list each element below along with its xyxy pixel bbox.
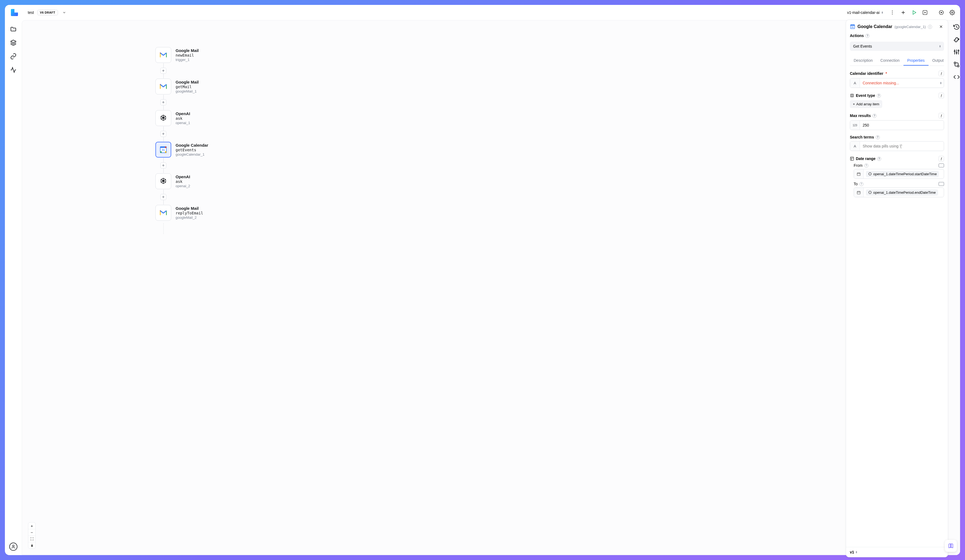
help-icon[interactable]: ? (859, 182, 864, 186)
code-icon[interactable] (953, 73, 960, 80)
help-icon[interactable]: ? (864, 163, 869, 168)
flow-node[interactable]: OpenAI ask openai_2 (155, 173, 190, 189)
svg-rect-30 (851, 157, 854, 160)
flow-node[interactable]: Google Mail newEmail trigger_1 (155, 47, 199, 63)
inspector-panel: 31 Google Calendar (googleCalendar_1) i … (846, 20, 948, 555)
canvas[interactable]: Google Mail newEmail trigger_1+Google Ma… (22, 20, 960, 555)
node-icon-box[interactable] (155, 173, 171, 189)
search-terms-input[interactable] (863, 144, 941, 148)
chevron-updown-icon[interactable]: ▴▾ (938, 78, 944, 88)
add-node-button[interactable]: + (160, 68, 166, 74)
node-icon-box[interactable]: 31 (155, 142, 171, 158)
search-terms-field[interactable]: A (850, 141, 944, 151)
record-button[interactable] (937, 8, 946, 17)
data-pill[interactable]: openai_1.dateTimePeriod.endDateTime (866, 189, 938, 196)
help-icon[interactable]: ? (876, 135, 880, 139)
help-icon[interactable]: ? (877, 94, 881, 98)
node-connector: + (155, 189, 171, 205)
inspector-node-id: (googleCalendar_1) (895, 25, 926, 29)
user-avatar[interactable] (9, 543, 17, 551)
help-icon[interactable]: ? (877, 157, 881, 161)
add-node-button[interactable]: + (160, 194, 166, 200)
expression-toggle-button[interactable]: ƒ (939, 93, 944, 98)
settings-button[interactable] (948, 8, 957, 17)
node-id: googleCalendar_1 (176, 152, 208, 157)
node-connector: + (155, 126, 171, 142)
expression-toggle-button[interactable]: ƒ (939, 113, 944, 118)
environment-selector[interactable]: v1-mail-calendar-ai ▴▾ (844, 9, 886, 16)
expression-toggle-button[interactable]: ƒ (939, 156, 944, 162)
node-id: openai_1 (176, 121, 190, 125)
zoom-out-button[interactable]: − (28, 529, 35, 536)
more-menu-button[interactable] (888, 8, 897, 17)
svg-marker-5 (913, 11, 916, 14)
svg-point-1 (892, 12, 893, 13)
flow-node[interactable]: OpenAI ask openai_1 (155, 110, 190, 126)
svg-marker-7 (924, 11, 926, 13)
zoom-in-button[interactable]: + (28, 522, 35, 529)
activity-icon[interactable] (10, 66, 17, 73)
add-array-item-button[interactable]: + Add array item (850, 100, 882, 108)
app-shell: test V6 DRAFT v1-mail-calendar-ai ▴▾ (5, 5, 960, 555)
flow-name[interactable]: test (28, 10, 34, 15)
inspector-title: Google Calendar (857, 24, 892, 29)
link-icon[interactable] (10, 53, 17, 60)
max-results-input[interactable] (863, 123, 941, 127)
action-selected-value: Get Events (853, 44, 872, 49)
data-pill[interactable]: openai_1.dateTimePeriod.startDateTime (866, 171, 939, 177)
svg-point-48 (958, 50, 959, 51)
run-button[interactable] (909, 8, 919, 17)
keyboard-icon[interactable] (939, 182, 944, 186)
node-method: replyToEmail (176, 211, 203, 215)
history-icon[interactable] (953, 23, 960, 31)
help-icon[interactable]: ? (872, 114, 877, 118)
max-results-field[interactable]: 123 (850, 120, 944, 130)
node-icon-box[interactable] (155, 47, 171, 63)
svg-text:31: 31 (851, 26, 854, 29)
add-button[interactable] (899, 8, 908, 17)
tab-output[interactable]: Output (929, 56, 948, 65)
from-field[interactable]: openai_1.dateTimePeriod.startDateTime (854, 169, 944, 179)
add-node-button[interactable]: + (160, 99, 166, 105)
prop-calendar-id-label: Calendar identifier (850, 71, 883, 76)
tab-properties[interactable]: Properties (903, 56, 929, 65)
svg-rect-23 (851, 25, 855, 26)
tab-description[interactable]: Description (850, 56, 877, 65)
help-fab-button[interactable] (945, 540, 957, 552)
node-id: openai_2 (176, 184, 190, 188)
run-to-button[interactable] (920, 8, 930, 17)
chevron-updown-icon: ▴▾ (939, 45, 941, 47)
puzzle-icon[interactable] (953, 36, 960, 43)
prop-date-range-label: Date range (856, 157, 875, 161)
node-title: Google Calendar (176, 143, 208, 147)
svg-point-46 (956, 52, 957, 53)
action-selector[interactable]: Get Events ▴▾ (850, 42, 944, 51)
flow-node[interactable]: Google Mail getMail googleMail_1 (155, 78, 199, 95)
version-label[interactable]: v1 (850, 550, 854, 554)
expression-toggle-button[interactable]: ƒ (939, 71, 944, 76)
flow-node[interactable]: Google Mail replyToEmail googleMail_2 (155, 205, 203, 221)
app-logo[interactable] (11, 9, 18, 16)
flow-version-dropdown[interactable] (61, 10, 67, 16)
add-node-button[interactable]: + (160, 131, 166, 137)
node-icon-box[interactable] (155, 78, 171, 95)
node-icon-box[interactable] (155, 205, 171, 221)
sliders-icon[interactable] (953, 49, 960, 56)
info-icon[interactable]: i (928, 25, 932, 29)
draft-badge: V6 DRAFT (37, 10, 58, 15)
help-icon[interactable]: ? (865, 34, 869, 38)
to-field[interactable]: openai_1.dateTimePeriod.endDateTime (854, 188, 944, 197)
folder-icon[interactable] (10, 26, 17, 33)
lock-view-button[interactable] (28, 542, 35, 549)
add-node-button[interactable]: + (160, 162, 166, 168)
git-compare-icon[interactable] (953, 61, 960, 68)
flow-node[interactable]: 31Google Calendar getEvents googleCalend… (155, 142, 208, 158)
node-connector: + (155, 158, 171, 173)
tab-connection[interactable]: Connection (877, 56, 903, 65)
fit-view-button[interactable] (28, 536, 35, 542)
close-inspector-button[interactable] (938, 24, 944, 29)
node-icon-box[interactable] (155, 110, 171, 126)
layers-icon[interactable] (10, 39, 17, 46)
keyboard-icon[interactable] (939, 163, 944, 167)
calendar-id-field[interactable]: A Connection missing... ▴▾ (850, 78, 944, 88)
